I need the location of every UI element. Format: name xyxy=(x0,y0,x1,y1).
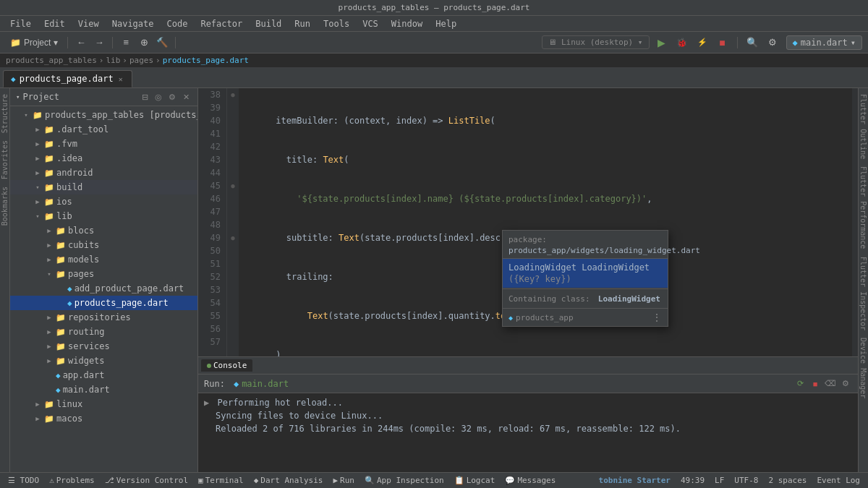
status-terminal[interactable]: ▣ Terminal xyxy=(196,476,246,485)
run-config[interactable]: ◆ main.dart ▾ xyxy=(786,35,863,50)
tree-lib[interactable]: ▾ 📁 lib xyxy=(10,209,197,223)
status-line-col[interactable]: 49:39 xyxy=(678,476,707,485)
tree-dart-tool[interactable]: ▶ 📁 .dart_tool xyxy=(10,122,197,137)
flutter-perf-label[interactable]: Flutter Performance xyxy=(859,163,867,252)
profile-button[interactable]: ⚡ xyxy=(694,35,710,51)
platform-selector[interactable]: 🖥 Linux (desktop) ▾ xyxy=(542,35,649,49)
menu-refactor[interactable]: Refactor xyxy=(195,17,248,30)
btab-console[interactable]: Console xyxy=(201,359,252,372)
menu-view[interactable]: View xyxy=(72,17,105,30)
project-settings-btn[interactable]: ⚙ xyxy=(166,91,178,103)
favorites-panel-label[interactable]: Favorites xyxy=(1,137,9,182)
flutter-outline-label[interactable]: Flutter Outline xyxy=(859,91,867,162)
bookmarks-panel-label[interactable]: Bookmarks xyxy=(1,184,9,228)
status-logcat[interactable]: 📋 Logcat xyxy=(452,476,498,485)
status-event-log[interactable]: Event Log xyxy=(814,476,862,485)
tab-dart-icon: ◆ xyxy=(11,74,16,84)
tree-root[interactable]: ▾ 📁 products_app_tables [products_app] ~… xyxy=(10,108,197,122)
console-clear-btn[interactable]: ⌫ xyxy=(824,377,837,390)
menu-tools[interactable]: Tools xyxy=(318,17,355,30)
project-arrow-icon: ▾ xyxy=(16,93,20,100)
tree-cubits[interactable]: ▶ 📁 cubits xyxy=(10,238,197,252)
status-line-sep[interactable]: LF xyxy=(712,476,726,485)
tree-main-dart[interactable]: ◆ main.dart xyxy=(10,382,197,397)
main-dart-icon: ◆ xyxy=(56,385,61,395)
status-todo[interactable]: ☰ TODO xyxy=(6,476,41,485)
ac-menu-btn[interactable]: ⋮ xyxy=(652,312,662,323)
tree-widgets[interactable]: ▶ 📁 widgets xyxy=(10,354,197,368)
status-run[interactable]: ▶ Run xyxy=(331,476,357,485)
menu-code[interactable]: Code xyxy=(161,17,194,30)
debug-button[interactable]: 🐞 xyxy=(674,35,690,51)
tree-app-dart[interactable]: ◆ app.dart xyxy=(10,368,197,382)
tab-products-page[interactable]: ◆ products_page.dart ✕ xyxy=(3,70,132,87)
menu-edit[interactable]: Edit xyxy=(38,17,71,30)
tree-add-product[interactable]: ◆ add_product_page.dart xyxy=(10,281,197,296)
tree-build[interactable]: ▾ 📁 build xyxy=(10,180,197,194)
tree-blocs[interactable]: ▶ 📁 blocs xyxy=(10,223,197,238)
status-version-control[interactable]: ⎇ Version Control xyxy=(103,476,190,485)
breadcrumb-pages[interactable]: pages xyxy=(129,56,153,65)
run-button[interactable]: ▶ xyxy=(654,35,670,51)
breadcrumb-file[interactable]: products_page.dart xyxy=(163,56,249,65)
structure-panel-label[interactable]: Structure xyxy=(1,91,9,136)
status-messages[interactable]: 💬 Messages xyxy=(503,476,558,485)
console-run-icon: ▶ xyxy=(204,398,209,408)
tree-idea[interactable]: ▶ 📁 .idea xyxy=(10,151,197,166)
status-spaces[interactable]: 2 spaces xyxy=(766,476,809,485)
breadcrumb-lib[interactable]: lib xyxy=(106,56,120,65)
menu-vcs[interactable]: VCS xyxy=(357,17,384,30)
tree-android[interactable]: ▶ 📁 android xyxy=(10,166,197,180)
tree-routing[interactable]: ▶ 📁 routing xyxy=(10,325,197,339)
menu-navigate[interactable]: Navigate xyxy=(106,17,160,30)
tree-products-page[interactable]: ◆ products_page.dart xyxy=(10,296,197,310)
widgets-icon: 📁 xyxy=(56,356,66,366)
menu-window[interactable]: Window xyxy=(386,17,428,30)
console-restart-btn[interactable]: ⟳ xyxy=(793,377,807,390)
menu-file[interactable]: File xyxy=(4,17,37,30)
tab-close-btn[interactable]: ✕ xyxy=(117,75,124,83)
collapse-all-btn[interactable]: ⊟ xyxy=(139,91,150,103)
tree-ios[interactable]: ▶ 📁 ios xyxy=(10,194,197,209)
code-editor[interactable]: 38 39 40 41 42 43 44 45 46 47 48 49 50 5… xyxy=(198,88,858,356)
ac-entry-0[interactable]: LoadingWidget LoadingWidget ({Key? key}) xyxy=(503,259,668,288)
locate-file-btn[interactable]: ◎ xyxy=(153,91,164,103)
toolbar-structure-btn[interactable]: ≡ xyxy=(118,35,134,51)
toolbar-back-btn[interactable]: ← xyxy=(73,35,89,51)
breadcrumb-root[interactable]: products_app_tables xyxy=(6,56,97,65)
search-button[interactable]: 🔍 xyxy=(744,35,760,51)
console-stop-btn[interactable]: ■ xyxy=(809,377,822,390)
tree-fvm[interactable]: ▶ 📁 .fvm xyxy=(10,137,197,151)
flutter-inspector-label[interactable]: Flutter Inspector xyxy=(859,254,867,333)
ac-class: LoadingWidget xyxy=(509,262,582,273)
menu-build[interactable]: Build xyxy=(250,17,287,30)
status-encoding[interactable]: UTF-8 xyxy=(732,476,760,485)
tree-services[interactable]: ▶ 📁 services xyxy=(10,339,197,354)
status-problems[interactable]: ⚠ Problems xyxy=(47,476,97,485)
tree-models[interactable]: ▶ 📁 models xyxy=(10,252,197,267)
device-manager-label[interactable]: Device Manager xyxy=(859,335,867,401)
tree-repositories[interactable]: ▶ 📁 repositories xyxy=(10,310,197,325)
tab-label: products_page.dart xyxy=(20,74,114,84)
tree-pages[interactable]: ▾ 📁 pages xyxy=(10,267,197,281)
toolbar-navigate-btn[interactable]: ⊕ xyxy=(136,35,152,51)
project-dropdown[interactable]: 📁 Project ▾ xyxy=(6,36,62,49)
tree-macos[interactable]: ▶ 📁 macos xyxy=(10,411,197,426)
right-panel: Flutter Outline Flutter Performance Flut… xyxy=(858,88,868,472)
settings-button[interactable]: ⚙ xyxy=(765,35,780,51)
status-tobi[interactable]: tobnine Starter xyxy=(597,476,673,485)
console-settings-btn[interactable]: ⚙ xyxy=(839,377,852,390)
tree-linux[interactable]: ▶ 📁 linux xyxy=(10,397,197,411)
status-dart-analysis[interactable]: ◆ Dart Analysis xyxy=(252,476,326,485)
toolbar-build-btn[interactable]: 🔨 xyxy=(154,35,170,51)
menu-run[interactable]: Run xyxy=(289,17,316,30)
status-app-inspection[interactable]: 🔍 App Inspection xyxy=(362,476,446,485)
dart-tool-arrow: ▶ xyxy=(33,126,42,133)
stop-button[interactable]: ■ xyxy=(715,35,731,51)
ac-containing-label: Containing class: xyxy=(509,294,590,304)
console-dot xyxy=(207,364,211,368)
hide-panel-btn[interactable]: ✕ xyxy=(180,91,192,103)
toolbar-forward-btn[interactable]: → xyxy=(91,35,107,51)
menu-help[interactable]: Help xyxy=(430,17,462,30)
editor-area: 38 39 40 41 42 43 44 45 46 47 48 49 50 5… xyxy=(198,88,858,356)
